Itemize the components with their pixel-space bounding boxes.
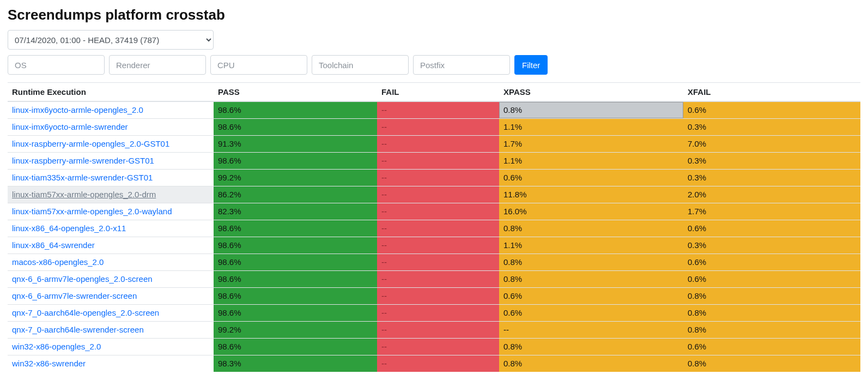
fail-cell[interactable]: --: [377, 270, 499, 287]
pass-cell[interactable]: 86.2%: [214, 186, 377, 203]
filter-button[interactable]: Filter: [514, 55, 548, 75]
table-row: linux-imx6yocto-armle-opengles_2.098.6%-…: [8, 101, 860, 118]
xfail-cell[interactable]: 0.6%: [683, 270, 860, 287]
runtime-link[interactable]: linux-tiam57xx-armle-opengles_2.0-waylan…: [12, 207, 172, 216]
xpass-cell[interactable]: 0.6%: [499, 287, 683, 304]
pass-cell[interactable]: 91.3%: [214, 135, 377, 152]
xfail-cell[interactable]: 0.3%: [683, 237, 860, 254]
table-row: qnx-6_6-armv7le-swrender-screen98.6%--0.…: [8, 287, 860, 304]
runtime-link[interactable]: macos-x86-opengles_2.0: [12, 257, 104, 267]
xfail-cell[interactable]: 0.3%: [683, 118, 860, 135]
col-xpass: XPASS: [499, 83, 683, 102]
fail-cell[interactable]: --: [377, 355, 499, 372]
pass-cell[interactable]: 98.6%: [214, 304, 377, 321]
fail-cell[interactable]: --: [377, 321, 499, 338]
pass-cell[interactable]: 82.3%: [214, 203, 377, 220]
xpass-cell[interactable]: 0.8%: [499, 254, 683, 270]
pass-cell[interactable]: 98.6%: [214, 270, 377, 287]
pass-cell[interactable]: 98.6%: [214, 338, 377, 355]
runtime-link[interactable]: linux-raspberry-armle-swrender-GST01: [12, 156, 154, 165]
xpass-cell[interactable]: 0.8%: [499, 338, 683, 355]
fail-cell[interactable]: --: [377, 338, 499, 355]
runtime-name-cell: linux-tiam57xx-armle-opengles_2.0-waylan…: [8, 203, 214, 220]
toolchain-filter-input[interactable]: [312, 55, 409, 75]
fail-cell[interactable]: --: [377, 220, 499, 237]
runtime-link[interactable]: win32-x86-swrender: [12, 359, 86, 368]
table-row: linux-raspberry-armle-swrender-GST0198.6…: [8, 152, 860, 169]
xpass-cell[interactable]: 0.6%: [499, 304, 683, 321]
runtime-link[interactable]: linux-tiam335x-armle-swrender-GST01: [12, 173, 153, 182]
pass-cell[interactable]: 98.6%: [214, 101, 377, 118]
col-fail: FAIL: [377, 83, 499, 102]
renderer-filter-input[interactable]: [109, 55, 206, 75]
pass-cell[interactable]: 98.6%: [214, 220, 377, 237]
os-filter-input[interactable]: [8, 55, 105, 75]
fail-cell[interactable]: --: [377, 118, 499, 135]
pass-cell[interactable]: 98.6%: [214, 152, 377, 169]
xpass-cell[interactable]: 0.8%: [499, 220, 683, 237]
fail-cell[interactable]: --: [377, 169, 499, 186]
runtime-link[interactable]: linux-raspberry-armle-opengles_2.0-GST01: [12, 139, 169, 148]
runtime-link[interactable]: qnx-6_6-armv7le-swrender-screen: [12, 291, 137, 300]
fail-cell[interactable]: --: [377, 304, 499, 321]
xpass-cell[interactable]: 0.8%: [499, 355, 683, 372]
pass-cell[interactable]: 98.6%: [214, 118, 377, 135]
xpass-cell[interactable]: 0.8%: [499, 270, 683, 287]
xfail-cell[interactable]: 2.0%: [683, 186, 860, 203]
runtime-link[interactable]: linux-x86_64-opengles_2.0-x11: [12, 224, 126, 233]
postfix-filter-input[interactable]: [413, 55, 510, 75]
pass-cell[interactable]: 99.2%: [214, 169, 377, 186]
fail-cell[interactable]: --: [377, 203, 499, 220]
xfail-cell[interactable]: 0.8%: [683, 287, 860, 304]
filter-row: Filter: [8, 55, 860, 75]
xpass-cell[interactable]: 0.6%: [499, 169, 683, 186]
col-xfail: XFAIL: [683, 83, 860, 102]
build-select[interactable]: 07/14/2020, 01:00 - HEAD, 37419 (787): [8, 30, 214, 50]
xpass-cell[interactable]: 1.1%: [499, 237, 683, 254]
xfail-cell[interactable]: 0.6%: [683, 101, 860, 118]
pass-cell[interactable]: 98.6%: [214, 254, 377, 270]
xpass-cell[interactable]: 16.0%: [499, 203, 683, 220]
runtime-link[interactable]: win32-x86-opengles_2.0: [12, 342, 101, 351]
pass-cell[interactable]: 98.3%: [214, 355, 377, 372]
table-row: qnx-6_6-armv7le-opengles_2.0-screen98.6%…: [8, 270, 860, 287]
fail-cell[interactable]: --: [377, 254, 499, 270]
xpass-cell[interactable]: 1.7%: [499, 135, 683, 152]
xfail-cell[interactable]: 0.3%: [683, 169, 860, 186]
xfail-cell[interactable]: 0.8%: [683, 355, 860, 372]
xfail-cell[interactable]: 0.6%: [683, 338, 860, 355]
runtime-link[interactable]: qnx-6_6-armv7le-opengles_2.0-screen: [12, 274, 153, 284]
xfail-cell[interactable]: 7.0%: [683, 135, 860, 152]
pass-cell[interactable]: 98.6%: [214, 287, 377, 304]
table-row: linux-imx6yocto-armle-swrender98.6%--1.1…: [8, 118, 860, 135]
runtime-name-cell: qnx-6_6-armv7le-swrender-screen: [8, 287, 214, 304]
runtime-link[interactable]: qnx-7_0-aarch64le-swrender-screen: [12, 325, 144, 334]
xpass-cell[interactable]: 0.8%: [499, 101, 683, 118]
pass-cell[interactable]: 98.6%: [214, 237, 377, 254]
xfail-cell[interactable]: 1.7%: [683, 203, 860, 220]
fail-cell[interactable]: --: [377, 287, 499, 304]
xpass-cell[interactable]: 11.8%: [499, 186, 683, 203]
fail-cell[interactable]: --: [377, 237, 499, 254]
xpass-cell[interactable]: --: [499, 321, 683, 338]
xfail-cell[interactable]: 0.8%: [683, 321, 860, 338]
cpu-filter-input[interactable]: [210, 55, 307, 75]
runtime-link[interactable]: linux-imx6yocto-armle-swrender: [12, 122, 128, 131]
runtime-link[interactable]: qnx-7_0-aarch64le-opengles_2.0-screen: [12, 308, 159, 317]
fail-cell[interactable]: --: [377, 186, 499, 203]
xfail-cell[interactable]: 0.8%: [683, 304, 860, 321]
runtime-link[interactable]: linux-tiam57xx-armle-opengles_2.0-drm: [12, 190, 156, 199]
fail-cell[interactable]: --: [377, 101, 499, 118]
fail-cell[interactable]: --: [377, 152, 499, 169]
xpass-cell[interactable]: 1.1%: [499, 118, 683, 135]
runtime-link[interactable]: linux-imx6yocto-armle-opengles_2.0: [12, 105, 143, 114]
fail-cell[interactable]: --: [377, 135, 499, 152]
runtime-link[interactable]: linux-x86_64-swrender: [12, 240, 95, 250]
xpass-cell[interactable]: 1.1%: [499, 152, 683, 169]
pass-cell[interactable]: 99.2%: [214, 321, 377, 338]
xfail-cell[interactable]: 0.6%: [683, 220, 860, 237]
crosstab-table: Runtime Execution PASS FAIL XPASS XFAIL …: [8, 82, 860, 372]
xfail-cell[interactable]: 0.3%: [683, 152, 860, 169]
xfail-cell[interactable]: 0.6%: [683, 254, 860, 270]
col-pass: PASS: [214, 83, 377, 102]
